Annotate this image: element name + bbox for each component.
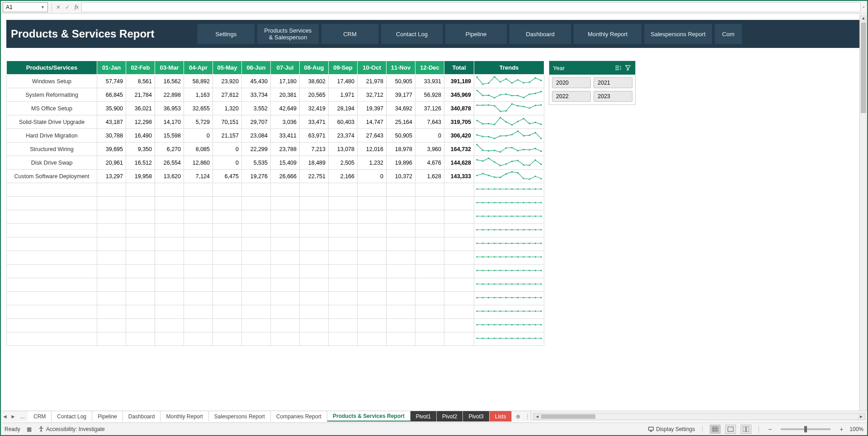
tab-scroll-right-icon[interactable]: ► [9,411,17,422]
table-row-empty[interactable] [7,305,544,319]
table-row-empty[interactable] [7,265,544,278]
empty-cell[interactable] [329,265,358,278]
value-cell[interactable]: 30,788 [97,129,126,142]
value-cell[interactable]: 29,707 [242,115,271,129]
empty-cell[interactable] [387,224,415,237]
table-row-empty[interactable] [7,210,544,224]
empty-cell[interactable] [126,251,155,265]
empty-cell[interactable] [97,237,126,251]
chevron-down-icon[interactable]: ▼ [41,5,45,9]
empty-cell[interactable] [213,332,242,346]
value-cell[interactable]: 36,953 [155,102,184,115]
value-cell[interactable]: 21,157 [213,129,242,142]
macro-record-icon[interactable]: ▦ [27,426,32,432]
table-row[interactable]: Hard Drive Migration30,78816,49015,59802… [7,129,544,142]
empty-cell[interactable] [97,210,126,224]
tab-scroll-left-icon[interactable]: ◄ [1,411,9,422]
product-name-cell[interactable]: Hard Drive Migration [7,129,97,142]
empty-cell[interactable] [271,292,300,305]
empty-cell[interactable] [444,278,474,292]
value-cell[interactable]: 7,643 [415,115,444,129]
value-cell[interactable]: 12,860 [184,156,213,170]
empty-cell[interactable] [415,251,444,265]
column-header[interactable]: 05-May [213,61,242,75]
empty-cell[interactable] [184,305,213,319]
value-cell[interactable]: 12,298 [126,115,155,129]
value-cell[interactable]: 0 [415,129,444,142]
empty-cell[interactable] [271,224,300,237]
product-name-cell[interactable]: MS Office Setup [7,102,97,115]
product-name-cell[interactable]: Windows Setup [7,75,97,88]
total-cell[interactable]: 391,189 [444,75,474,88]
nav-button-salespersons-report[interactable]: Salespersons Report [644,24,712,44]
value-cell[interactable]: 17,480 [329,75,358,88]
table-row[interactable]: MS Office Setup35,90036,02136,95332,6551… [7,102,544,115]
value-cell[interactable]: 33,931 [415,75,444,88]
table-row-empty[interactable] [7,251,544,265]
empty-cell[interactable] [97,224,126,237]
empty-cell[interactable] [213,237,242,251]
product-name-cell[interactable]: Structured Wiring [7,142,97,156]
empty-cell[interactable] [7,224,97,237]
empty-cell[interactable] [415,197,444,210]
value-cell[interactable]: 9,350 [126,142,155,156]
nav-button-crm[interactable]: CRM [321,24,378,44]
table-row[interactable]: Custom Software Deployment13,29719,95813… [7,170,544,183]
hscroll-right-icon[interactable]: ► [858,413,865,420]
slicer-item-2021[interactable]: 2021 [594,77,632,88]
empty-cell[interactable] [126,292,155,305]
zoom-slider[interactable] [781,428,830,430]
table-row-empty[interactable] [7,319,544,332]
value-cell[interactable]: 22,751 [300,170,329,183]
confirm-formula-icon[interactable]: ✓ [63,4,72,10]
empty-cell[interactable] [329,319,358,332]
value-cell[interactable]: 5,535 [242,156,271,170]
value-cell[interactable]: 13,297 [97,170,126,183]
product-name-cell[interactable]: Custom Software Deployment [7,170,97,183]
empty-cell[interactable] [387,183,415,197]
empty-cell[interactable] [358,183,387,197]
empty-cell[interactable] [213,224,242,237]
empty-cell[interactable] [358,251,387,265]
value-cell[interactable]: 50,905 [387,129,415,142]
product-name-cell[interactable]: Solid-State Drive Upgrade [7,115,97,129]
empty-cell[interactable] [126,332,155,346]
zoom-in-button[interactable]: + [838,426,845,433]
sheet-tab-salespersons-report[interactable]: Salespersons Report [209,411,271,422]
table-row[interactable]: Windows Setup57,7498,56116,56258,89223,9… [7,75,544,88]
empty-cell[interactable] [415,305,444,319]
value-cell[interactable]: 23,374 [329,129,358,142]
empty-cell[interactable] [387,278,415,292]
empty-cell[interactable] [126,278,155,292]
column-header[interactable]: 08-Aug [300,61,329,75]
column-header[interactable]: Trends [474,61,544,75]
clear-filter-icon[interactable] [624,64,632,71]
value-cell[interactable]: 25,164 [387,115,415,129]
empty-cell[interactable] [213,278,242,292]
empty-cell[interactable] [300,251,329,265]
empty-cell[interactable] [415,210,444,224]
value-cell[interactable]: 1,628 [415,170,444,183]
empty-cell[interactable] [7,237,97,251]
empty-cell[interactable] [271,305,300,319]
empty-cell[interactable] [184,319,213,332]
value-cell[interactable]: 10,372 [387,170,415,183]
nav-button-settings[interactable]: Settings [198,24,255,44]
value-cell[interactable]: 23,084 [242,129,271,142]
tab-overflow-icon[interactable]: ... [17,411,28,422]
empty-cell[interactable] [155,210,184,224]
value-cell[interactable]: 56,928 [415,88,444,102]
empty-cell[interactable] [213,197,242,210]
empty-cell[interactable] [155,278,184,292]
empty-cell[interactable] [126,183,155,197]
column-header[interactable]: Products/Services [7,61,97,75]
value-cell[interactable]: 16,512 [126,156,155,170]
empty-cell[interactable] [184,332,213,346]
empty-cell[interactable] [242,237,271,251]
empty-cell[interactable] [300,237,329,251]
value-cell[interactable]: 20,381 [271,88,300,102]
empty-cell[interactable] [7,210,97,224]
value-cell[interactable]: 1,971 [329,88,358,102]
value-cell[interactable]: 22,898 [155,88,184,102]
empty-cell[interactable] [7,292,97,305]
